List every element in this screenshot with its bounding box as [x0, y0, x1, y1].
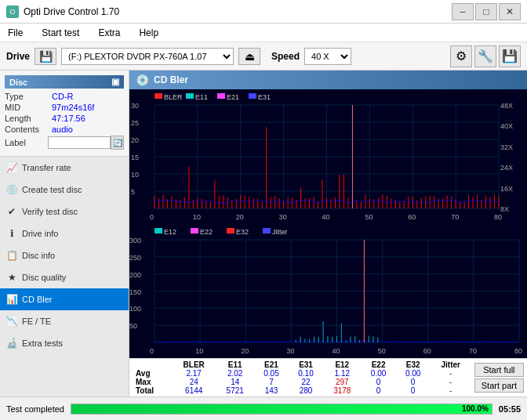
extra-tests-icon: 🔬 [6, 338, 17, 349]
menu-extra[interactable]: Extra [93, 26, 125, 40]
length-value: 47:17.56 [52, 114, 85, 123]
nav-create-test-disc-label: Create test disc [22, 185, 82, 194]
toolbar-btn-2[interactable]: 🔧 [474, 45, 496, 67]
nav-transfer-rate[interactable]: 📈 Transfer rate [0, 157, 129, 179]
status-text: Test completed [6, 404, 64, 414]
cd-bler-icon: 📊 [6, 294, 17, 305]
status-time: 05:55 [499, 404, 521, 414]
content-header-icon: 💿 [136, 74, 149, 86]
start-full-button[interactable]: Start full [474, 363, 524, 377]
app-icon: O [6, 5, 19, 18]
drive-info-icon: ℹ [6, 228, 17, 239]
nav-cd-bler-label: CD Bler [22, 295, 53, 304]
nav-items: 📈 Transfer rate 💿 Create test disc ✔ Ver… [0, 157, 129, 396]
verify-test-disc-icon: ✔ [6, 206, 17, 217]
start-part-button[interactable]: Start part [474, 378, 524, 393]
app-title: Opti Drive Control 1.70 [24, 6, 119, 17]
stats-table: BLERE11E21E31E12E22E32JitterAvg2.172.020… [133, 360, 471, 395]
sidebar: Disc ▣ Type CD-R MID 97m24s16f Length 47… [0, 71, 129, 396]
e12-chart [129, 224, 527, 358]
fe-te-icon: 📉 [6, 316, 17, 327]
mid-value: 97m24s16f [52, 103, 94, 112]
progress-fill [71, 404, 492, 414]
titlebar: O Opti Drive Control 1.70 – □ ✕ [0, 0, 527, 24]
menu-file[interactable]: File [3, 26, 27, 40]
stats-table-container: BLERE11E21E31E12E22E32JitterAvg2.172.020… [133, 360, 471, 395]
menu-help[interactable]: Help [134, 26, 163, 40]
disc-header: Disc ▣ [5, 75, 124, 89]
toolbar-btn-1[interactable]: ⚙ [450, 45, 472, 67]
nav-extra-tests-label: Extra tests [22, 339, 63, 348]
nav-create-test-disc[interactable]: 💿 Create test disc [0, 179, 129, 201]
progress-bar: 100.0% [71, 404, 492, 415]
chart1-wrapper [129, 89, 527, 224]
maximize-button[interactable]: □ [475, 3, 497, 20]
content-area: 💿 CD Bler BLERE11E21E31E12E22E32JitterAv… [129, 71, 527, 396]
minimize-button[interactable]: – [452, 3, 474, 20]
nav-disc-info[interactable]: 📋 Disc info [0, 244, 129, 266]
disc-panel: Disc ▣ Type CD-R MID 97m24s16f Length 47… [0, 71, 129, 157]
disc-quality-icon: ★ [6, 272, 17, 283]
statusbar: Test completed 100.0% 05:55 [0, 396, 527, 420]
mid-label: MID [5, 103, 52, 112]
content-header: 💿 CD Bler [129, 71, 527, 89]
type-label: Type [5, 92, 52, 101]
stats-area: BLERE11E21E31E12E22E32JitterAvg2.172.020… [129, 358, 527, 396]
nav-cd-bler[interactable]: 📊 CD Bler [0, 288, 129, 310]
menu-start-test[interactable]: Start test [37, 26, 84, 40]
label-input[interactable] [48, 136, 111, 149]
drive-label: Drive [6, 51, 30, 62]
menubar: File Start test Extra Help [0, 24, 527, 42]
nav-verify-test-disc-label: Verify test disc [22, 207, 78, 216]
speed-label: Speed [271, 51, 300, 62]
eject-button[interactable]: ⏏ [238, 48, 260, 65]
nav-transfer-rate-label: Transfer rate [22, 163, 71, 172]
drive-select[interactable]: (F:) PLEXTOR DVDR PX-760A 1.07 [61, 48, 234, 65]
nav-drive-info[interactable]: ℹ Drive info [0, 223, 129, 244]
bler-chart [129, 89, 527, 224]
create-test-disc-icon: 💿 [6, 184, 17, 195]
transfer-rate-icon: 📈 [6, 162, 17, 173]
chart2-wrapper [129, 224, 527, 358]
close-button[interactable]: ✕ [499, 3, 521, 20]
type-value: CD-R [52, 92, 74, 101]
nav-disc-quality-label: Disc quality [22, 273, 66, 282]
speed-select[interactable]: 40 X [304, 48, 351, 65]
disc-info-icon: 📋 [6, 250, 17, 261]
nav-drive-info-label: Drive info [22, 229, 58, 238]
nav-verify-test-disc[interactable]: ✔ Verify test disc [0, 201, 129, 223]
nav-fe-te-label: FE / TE [22, 317, 51, 326]
charts-container [129, 89, 527, 358]
label-label: Label [5, 138, 48, 147]
nav-disc-quality[interactable]: ★ Disc quality [0, 266, 129, 288]
progress-percent: 100.0% [462, 404, 489, 414]
contents-label: Contents [5, 125, 52, 134]
nav-disc-info-label: Disc info [22, 251, 55, 260]
stats-buttons: Start full Start part [474, 363, 524, 393]
main-content: Disc ▣ Type CD-R MID 97m24s16f Length 47… [0, 71, 527, 396]
content-title: CD Bler [154, 74, 188, 85]
label-button[interactable]: 🔄 [111, 136, 124, 150]
length-label: Length [5, 114, 52, 123]
nav-extra-tests[interactable]: 🔬 Extra tests [0, 332, 129, 354]
drivebar: Drive 💾 (F:) PLEXTOR DVDR PX-760A 1.07 ⏏… [0, 42, 527, 71]
drive-icon-button[interactable]: 💾 [35, 48, 56, 65]
toolbar-btn-3[interactable]: 💾 [499, 45, 521, 67]
nav-fe-te[interactable]: 📉 FE / TE [0, 310, 129, 332]
contents-value: audio [52, 125, 73, 134]
